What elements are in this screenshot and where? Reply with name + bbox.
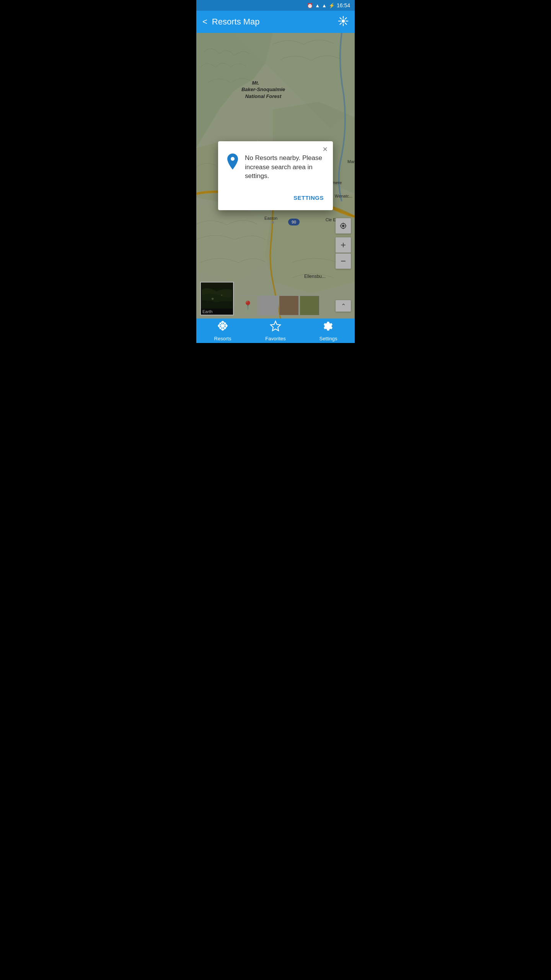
back-button[interactable]: <: [202, 17, 207, 27]
bottom-nav: Resorts Favorites Settings: [196, 318, 355, 343]
nav-label-favorites: Favorites: [265, 336, 285, 341]
nav-label-resorts: Resorts: [214, 336, 231, 341]
settings-button[interactable]: SETTINGS: [290, 191, 327, 204]
svg-marker-44: [271, 321, 280, 331]
nav-item-settings[interactable]: Settings: [302, 320, 355, 341]
dialog-body: No Resorts nearby. Please increase searc…: [218, 141, 333, 188]
app-bar: < Resorts Map: [196, 11, 355, 33]
signal-icon: ▲: [322, 3, 327, 8]
svg-point-0: [342, 20, 345, 23]
settings-gear-icon: [323, 320, 334, 334]
svg-line-7: [345, 18, 347, 19]
dialog-message: No Resorts nearby. Please increase searc…: [245, 154, 325, 181]
status-time: 16:54: [337, 2, 350, 8]
svg-line-8: [340, 23, 341, 24]
favorites-icon: [270, 320, 281, 334]
svg-point-43: [222, 325, 224, 327]
brightness-icon[interactable]: [338, 16, 349, 28]
page-title: Resorts Map: [212, 17, 260, 27]
dialog: × No Resorts nearby. Please increase sea…: [218, 141, 333, 210]
app-bar-left: < Resorts Map: [202, 17, 260, 27]
nav-item-resorts[interactable]: Resorts: [196, 320, 249, 341]
svg-line-5: [340, 18, 341, 19]
status-bar: ⏰ ▲ ▲ ⚡ 16:54: [196, 0, 355, 11]
location-pin-icon: [226, 154, 240, 171]
battery-icon: ⚡: [329, 3, 335, 8]
clock-icon: ⏰: [307, 3, 313, 8]
wifi-icon: ▲: [315, 3, 320, 8]
dialog-overlay: × No Resorts nearby. Please increase sea…: [196, 33, 355, 318]
dialog-close-button[interactable]: ×: [323, 145, 328, 154]
dialog-actions: SETTINGS: [218, 188, 333, 210]
map-area[interactable]: 90 Mt. Baker-Snoqualmie National Forest …: [196, 33, 355, 318]
resorts-icon: [217, 320, 228, 334]
nav-item-favorites[interactable]: Favorites: [249, 320, 302, 341]
svg-line-6: [345, 23, 347, 24]
status-icons: ⏰ ▲ ▲ ⚡ 16:54: [307, 2, 350, 8]
nav-label-settings: Settings: [320, 336, 337, 341]
